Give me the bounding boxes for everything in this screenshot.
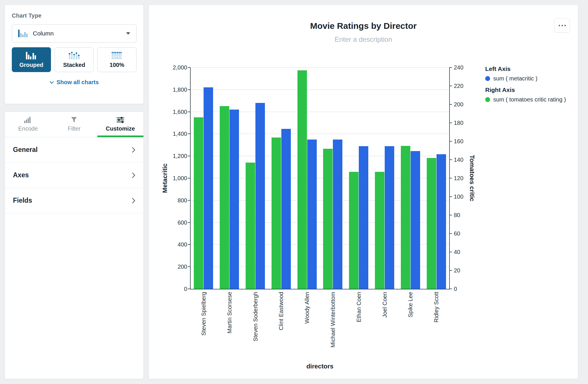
chart-settings-panel: Encode Filter Customize General: [5, 112, 144, 379]
bar-tomatoes-9[interactable]: [427, 158, 436, 289]
section-general[interactable]: General: [5, 137, 143, 163]
x-axis-tick-label: Woody Allen: [303, 292, 311, 362]
chevron-right-icon: [132, 198, 135, 204]
bar-metacritic-8[interactable]: [411, 151, 420, 289]
right-axis-tick-label: 180: [454, 119, 477, 127]
tab-encode[interactable]: Encode: [5, 112, 51, 137]
bar-mode-group: Grouped Stacked: [12, 47, 136, 72]
bar-tomatoes-4[interactable]: [297, 70, 307, 289]
right-axis-tick: [449, 289, 452, 289]
section-axes[interactable]: Axes: [5, 163, 143, 188]
tab-filter-label: Filter: [68, 125, 80, 132]
legend-dot-metacritic: [485, 76, 490, 81]
tab-customize-label: Customize: [106, 125, 135, 132]
chart-type-dropdown[interactable]: Column: [12, 24, 136, 43]
section-fields[interactable]: Fields: [5, 188, 143, 213]
hundred-percent-mode-label: 100%: [110, 62, 124, 68]
right-axis-tick: [449, 270, 452, 271]
right-axis-title: Tomatoes critic: [468, 155, 476, 202]
stacked-mode-label: Stacked: [63, 62, 85, 68]
section-general-label: General: [13, 146, 38, 154]
section-fields-label: Fields: [13, 197, 32, 204]
legend-label-tomatoes: sum ( tomatoes critic rating ): [493, 96, 566, 103]
filter-funnel-icon: [71, 117, 77, 123]
right-axis-tick-label: 80: [454, 211, 477, 219]
legend-left-axis-title: Left Axis: [485, 65, 566, 72]
tab-encode-label: Encode: [18, 125, 38, 132]
legend-right-axis-title: Right Axis: [485, 86, 566, 93]
right-axis-tick: [449, 104, 452, 105]
right-axis-tick-label: 0: [454, 285, 477, 293]
right-axis-tick: [449, 252, 452, 252]
legend-item-tomatoes[interactable]: sum ( tomatoes critic rating ): [485, 96, 566, 103]
tab-customize[interactable]: Customize: [97, 112, 143, 137]
bar-metacritic-2[interactable]: [255, 103, 265, 289]
right-axis-tick-label: 60: [454, 230, 477, 237]
hundred-percent-mode-button[interactable]: 100%: [97, 47, 136, 72]
x-axis-tick-label: Steven Soderbergh: [252, 292, 259, 362]
bar-metacritic-6[interactable]: [359, 146, 368, 289]
x-axis-tick-label: Michael Winterbottom: [329, 292, 337, 362]
chart-type-selected-value: Column: [33, 30, 54, 37]
gridline: [191, 89, 449, 90]
tab-filter[interactable]: Filter: [51, 112, 97, 137]
right-axis-line: [449, 67, 450, 289]
right-axis-tick: [449, 86, 452, 86]
left-axis-tick-label: 600: [150, 219, 187, 226]
bar-metacritic-4[interactable]: [307, 140, 317, 289]
x-axis-title: directors: [306, 363, 333, 370]
legend-dot-tomatoes: [485, 97, 490, 102]
x-axis-tick-label: Ridley Scott: [433, 292, 440, 362]
chart-type-heading: Chart Type: [12, 12, 136, 19]
legend-label-metacritic: sum ( metacritic ): [493, 75, 537, 82]
bar-metacritic-9[interactable]: [437, 154, 446, 289]
x-axis-tick-label: Clint Eastwood: [277, 292, 285, 362]
legend-item-metacritic[interactable]: sum ( metacritic ): [485, 75, 566, 82]
x-axis-tick-label: Martin Scorsese: [226, 292, 233, 362]
bar-metacritic-1[interactable]: [229, 110, 239, 289]
bar-metacritic-5[interactable]: [333, 140, 342, 289]
right-axis-tick-label: 240: [454, 64, 477, 71]
bar-metacritic-7[interactable]: [385, 146, 394, 289]
grouped-mode-button[interactable]: Grouped: [12, 47, 51, 72]
bar-metacritic-3[interactable]: [281, 129, 291, 289]
settings-tabs: Encode Filter Customize: [5, 112, 143, 137]
left-axis-tick-label: 800: [150, 197, 187, 204]
right-axis-tick-label: 40: [454, 248, 477, 256]
chart-type-panel: Chart Type Column Grouped: [5, 5, 144, 104]
bar-tomatoes-7[interactable]: [375, 172, 384, 289]
grouped-mode-label: Grouped: [19, 62, 43, 68]
left-axis-tick-label: 1,800: [150, 86, 187, 93]
x-axis-tick-label: Spike Lee: [407, 292, 414, 362]
bar-metacritic-0[interactable]: [204, 87, 213, 289]
section-axes-label: Axes: [13, 171, 29, 179]
left-axis-line: [190, 67, 191, 289]
right-axis-tick: [449, 141, 452, 142]
right-axis-tick: [449, 196, 452, 197]
bar-tomatoes-2[interactable]: [246, 163, 255, 289]
right-axis-tick: [449, 233, 452, 234]
stacked-bars-icon: [69, 51, 80, 60]
x-axis-tick-label: Joel Coen: [381, 292, 388, 362]
bar-tomatoes-6[interactable]: [349, 172, 359, 289]
customize-sliders-icon: [117, 117, 124, 123]
stacked-mode-button[interactable]: Stacked: [55, 47, 94, 72]
chevron-right-icon: [132, 172, 135, 178]
chevron-right-icon: [132, 147, 135, 153]
bar-tomatoes-0[interactable]: [194, 117, 203, 289]
bar-tomatoes-5[interactable]: [323, 149, 333, 289]
grouped-bars-icon: [26, 51, 37, 60]
left-axis-tick-label: 2,000: [150, 64, 187, 71]
left-axis-tick-label: 0: [150, 285, 187, 293]
right-axis-tick-label: 200: [454, 101, 477, 108]
hundred-percent-bars-icon: [111, 51, 123, 60]
right-axis-tick: [449, 215, 452, 215]
bar-tomatoes-1[interactable]: [220, 106, 229, 289]
bar-tomatoes-3[interactable]: [272, 138, 281, 289]
encode-bars-icon: [24, 117, 32, 123]
x-axis-tick-label: Ethan Coen: [355, 292, 363, 362]
bar-tomatoes-8[interactable]: [401, 146, 410, 289]
x-axis-tick-label: Steven Spielberg: [200, 292, 207, 362]
left-axis-tick-label: 400: [150, 241, 187, 248]
show-all-charts-link[interactable]: Show all charts: [12, 79, 136, 86]
